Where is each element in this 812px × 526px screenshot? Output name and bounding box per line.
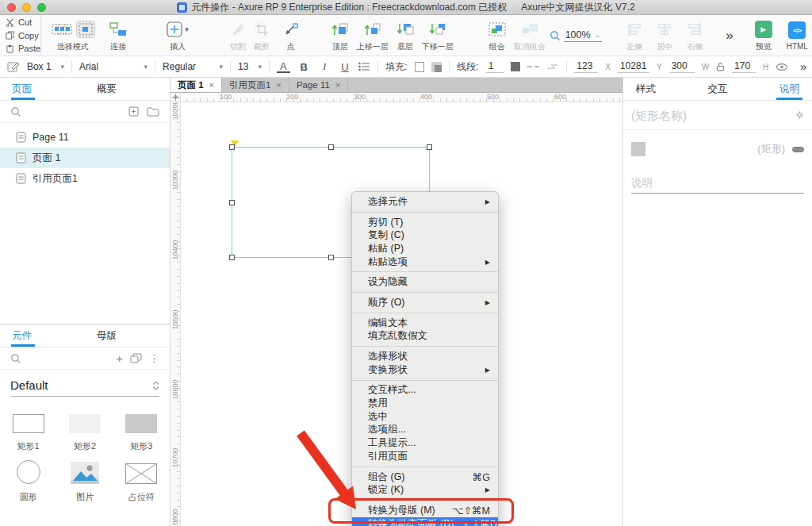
close-tab-icon[interactable]: × — [335, 80, 340, 90]
resize-handle-n[interactable] — [328, 144, 334, 150]
zoom-control[interactable]: 100% ⌄ — [550, 29, 603, 42]
send-to-back-button[interactable]: 底层 — [393, 17, 418, 54]
menu-item-select-shape[interactable]: 选择形状 — [352, 350, 498, 363]
close-window-button[interactable] — [7, 3, 16, 12]
canvas-tab[interactable]: Page 11 × — [289, 78, 348, 92]
menu-item-reference-page[interactable]: 引用页面 — [352, 450, 498, 463]
copy-button[interactable]: Copy — [6, 29, 40, 41]
page-tree-item-selected[interactable]: 页面 1 — [0, 148, 170, 168]
paste-button[interactable]: Paste — [6, 43, 40, 55]
widget-placeholder[interactable]: 占位符 — [113, 454, 170, 505]
canvas-tab[interactable]: 引用页面1 × — [222, 78, 289, 92]
lock-ratio-icon[interactable] — [716, 62, 725, 71]
zoom-window-button[interactable] — [37, 3, 46, 12]
tab-style[interactable]: 样式 — [636, 78, 656, 100]
fill-color-swatch[interactable] — [415, 62, 425, 72]
tab-interaction[interactable]: 交互 — [708, 78, 728, 100]
width-input[interactable]: 300 — [669, 60, 695, 73]
libraries-icon[interactable] — [130, 353, 142, 363]
height-input[interactable]: 170 — [732, 60, 756, 73]
widget-rectangle1[interactable]: 矩形1 — [0, 403, 56, 454]
widget-button-outline[interactable]: BUTTON BUTTON — [0, 505, 56, 526]
tab-widgets[interactable]: 元件 — [0, 324, 85, 347]
font-color-button[interactable]: A — [277, 61, 290, 73]
widgets-search-row[interactable]: + ⋮ — [0, 347, 170, 370]
menu-item-select-widget[interactable]: 选择元件 ▶ — [352, 195, 498, 209]
menu-item-fill-lorem[interactable]: 填充乱数假文 — [352, 330, 498, 344]
insert-caret-icon[interactable]: ▾ — [185, 25, 189, 33]
gear-icon[interactable] — [795, 109, 804, 121]
library-select[interactable]: Default — [10, 378, 159, 397]
font-weight-select[interactable]: Regular ▾ — [163, 61, 223, 72]
widget-button-link[interactable]: BUTTON BUTTON — [113, 505, 170, 526]
pages-search-row[interactable] — [0, 101, 170, 123]
y-coordinate-input[interactable]: 10281 — [618, 60, 649, 73]
widget-circle[interactable]: 圆形 — [0, 454, 56, 505]
tab-notes[interactable]: 说明 — [779, 78, 799, 100]
resize-handle-w[interactable] — [229, 200, 235, 205]
menu-item-edit-text[interactable]: 编辑文本 — [352, 317, 498, 330]
notes-input[interactable] — [631, 177, 804, 194]
resize-handle-s[interactable] — [328, 255, 334, 260]
font-family-select[interactable]: Arial ▾ — [79, 61, 147, 72]
menu-item-group[interactable]: 组合 (G) ⌘G — [352, 470, 498, 484]
page-tree-item[interactable]: 引用页面1 — [0, 168, 170, 189]
menu-item-transform-shape[interactable]: 变换形状 ▶ — [352, 363, 498, 377]
bold-button[interactable]: B — [297, 61, 311, 73]
menu-item-paste[interactable]: 粘贴 (P) — [352, 242, 498, 255]
group-button[interactable]: 组合 — [485, 17, 510, 54]
folder-icon[interactable] — [147, 106, 159, 117]
ruler-origin-icon[interactable] — [170, 93, 181, 102]
point-button[interactable]: 点 — [280, 17, 302, 54]
send-backward-button[interactable]: 下移一层 — [418, 17, 458, 54]
underline-button[interactable]: U — [339, 61, 352, 73]
menu-item-lock[interactable]: 锁定 (K) ▶ — [352, 483, 498, 497]
resize-handle-nw[interactable] — [229, 144, 235, 150]
menu-item-selected[interactable]: 选中 — [352, 410, 498, 424]
close-tab-icon[interactable]: × — [209, 80, 214, 90]
x-coordinate-input[interactable]: 123 — [574, 60, 598, 73]
tab-outline[interactable]: 概要 — [85, 78, 170, 100]
tab-pages[interactable]: 页面 — [0, 78, 85, 100]
insert-button[interactable]: ▾ 插入 — [163, 17, 193, 54]
add-page-icon[interactable] — [128, 106, 140, 117]
menu-item-tooltip[interactable]: 工具提示... — [352, 436, 498, 450]
menu-item-selection-group[interactable]: 选项组... — [352, 424, 498, 437]
minimize-window-button[interactable] — [22, 3, 31, 12]
line-style-icon[interactable] — [527, 66, 540, 67]
visibility-eye-icon[interactable] — [776, 63, 788, 71]
widget-image[interactable]: 图片 — [56, 454, 113, 505]
connect-button[interactable]: 连接 — [105, 17, 131, 54]
widget-rectangle3[interactable]: 矩形3 — [113, 403, 170, 454]
menu-item-disabled[interactable]: 禁用 — [352, 397, 498, 410]
menu-item-order[interactable]: 顺序 (O) ▶ — [352, 296, 498, 309]
zoom-level-value[interactable]: 100% — [565, 29, 591, 40]
shape-style-pill-icon[interactable] — [792, 147, 804, 152]
canvas-tab-active[interactable]: 页面 1 × — [170, 78, 222, 92]
tab-masters[interactable]: 母版 — [85, 324, 170, 347]
line-width-input[interactable]: 1 — [486, 60, 504, 73]
widget-button-primary[interactable]: BUTTON BUTTON — [56, 505, 113, 526]
widgets-menu-icon[interactable]: ⋮ — [149, 352, 159, 364]
menu-item-paste-options[interactable]: 粘贴选项 ▶ — [352, 255, 498, 269]
menu-item-interaction-styles[interactable]: 交互样式... — [352, 384, 498, 397]
widget-name-input[interactable] — [631, 109, 789, 122]
cut-button[interactable]: Cut — [6, 17, 40, 29]
stylebar-more-button[interactable]: » — [800, 60, 805, 73]
select-intersect-icon[interactable] — [50, 21, 74, 38]
page-tree-item[interactable]: Page 11 — [0, 127, 170, 148]
resize-handle-ne[interactable] — [427, 144, 432, 150]
shadow-swatch[interactable] — [431, 62, 442, 72]
html-export-button[interactable]: </> HTML — [783, 18, 812, 52]
toolbar-more-button[interactable]: » — [726, 28, 731, 44]
menu-item-copy[interactable]: 复制 (C) — [352, 228, 498, 242]
menu-item-cut[interactable]: 剪切 (T) — [352, 216, 498, 229]
add-library-icon[interactable]: + — [116, 355, 123, 363]
line-color-swatch[interactable] — [511, 62, 520, 71]
menu-item-set-hidden[interactable]: 设为隐藏 — [352, 275, 498, 289]
italic-button[interactable]: I — [318, 60, 331, 73]
select-mode-button[interactable]: 选择模式 — [46, 17, 99, 54]
widget-rectangle2[interactable]: 矩形2 — [56, 403, 113, 454]
edit-style-icon[interactable] — [7, 61, 20, 72]
widget-style-select[interactable]: Box 1 ▾ — [27, 61, 64, 72]
